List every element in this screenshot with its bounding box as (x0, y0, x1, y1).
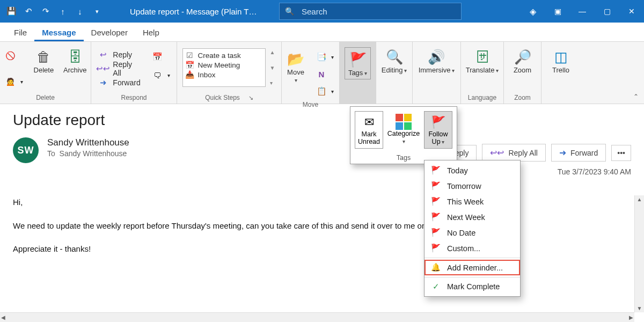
translate-icon: 🈂 (475, 47, 489, 67)
group-zoom: 🔎 Zoom Zoom (504, 42, 541, 104)
check-icon: ✓ (431, 282, 441, 291)
body-line: We need to update the weekly report befo… (13, 219, 631, 233)
scroll-down-icon[interactable]: ▼ (637, 305, 642, 311)
reply-all-button[interactable]: ↩↩Reply All (96, 62, 142, 75)
search-placeholder: Search (302, 7, 327, 16)
undo-icon[interactable]: ↶ (21, 4, 35, 18)
flag-icon: 🚩 (431, 213, 441, 222)
meeting-reply-icon[interactable]: 📅 (150, 50, 172, 63)
tags-button[interactable]: 🚩 Tags (345, 47, 371, 79)
more-respond-icon[interactable]: 🗨▾ (150, 69, 172, 82)
search-box[interactable]: 🔍 Search (279, 3, 462, 20)
find-icon: 🔍 (386, 47, 403, 67)
trello-icon: ◫ (554, 47, 568, 67)
move-icon: 📂 (287, 49, 304, 69)
read-aloud-icon: 🔊 (428, 47, 445, 67)
tab-help[interactable]: Help (135, 25, 167, 41)
followup-custom[interactable]: 🚩Custom... (425, 240, 520, 256)
zoom-icon: 🔎 (514, 47, 531, 67)
action-reply-all[interactable]: ↩↩Reply All (482, 144, 545, 162)
immersive-button[interactable]: 🔊 Immersive (415, 45, 458, 76)
ribbon-display-icon[interactable]: ▣ (545, 0, 570, 23)
junk-icon[interactable]: 🙍▾ (3, 75, 25, 88)
qs-more-icon[interactable]: ▾ (270, 80, 275, 86)
envelope-icon: ✉ (364, 114, 374, 131)
rules-icon[interactable]: 📑▾ (314, 50, 336, 63)
qs-create-task[interactable]: ☑Create a task (185, 51, 263, 60)
trello-button[interactable]: ◫ Trello (548, 45, 574, 76)
group-immersive: 🔊 Immersive (413, 42, 461, 104)
reply-button[interactable]: ↩Reply (96, 48, 142, 61)
group-tags: 🚩 Tags (340, 42, 376, 104)
flag-icon: 🚩 (431, 166, 441, 175)
vertical-scrollbar[interactable]: ▲ ▼ (634, 195, 644, 312)
qs-up-icon[interactable]: ▲ (270, 49, 275, 55)
qs-new-meeting[interactable]: 📅New Meeting (185, 61, 263, 69)
followup-today[interactable]: 🚩Today (425, 163, 520, 178)
followup-add-reminder[interactable]: 🔔Add Reminder... (425, 260, 520, 275)
forward-button[interactable]: ➜Forward (96, 76, 142, 89)
group-move: 📂 Move 📑▾ N 📋▾ Move (282, 42, 340, 104)
followup-no-date[interactable]: 🚩No Date (425, 225, 520, 240)
translate-button[interactable]: 🈂 Translate (463, 45, 502, 76)
editing-button[interactable]: 🔍 Editing (378, 45, 411, 76)
ribbon: 🚫 🙍▾ 🗑 Delete 🗄 Archive Delete ↩Reply ↩↩… (0, 42, 644, 104)
qs-inbox[interactable]: 📥Inbox (185, 70, 263, 79)
prev-item-icon[interactable]: ↑ (56, 4, 70, 18)
follow-up-button[interactable]: 🚩 Follow Up (424, 111, 452, 149)
onenote-icon[interactable]: N (314, 68, 336, 80)
body-line: Appreciate it - thanks! (13, 242, 631, 256)
horizontal-scrollbar[interactable]: ◀ ▶ (0, 312, 634, 322)
maximize-button[interactable]: ▢ (595, 0, 619, 23)
scroll-left-icon[interactable]: ◀ (1, 314, 5, 320)
flag-icon: 🚩 (431, 114, 445, 131)
title-bar: 💾 ↶ ↷ ↑ ↓ ▾ Update report - Message (Pla… (0, 0, 644, 23)
qat-customize-icon[interactable]: ▾ (90, 4, 104, 18)
reply-all-icon: ↩↩ (490, 148, 504, 158)
followup-tomorrow[interactable]: 🚩Tomorrow (425, 178, 520, 194)
group-label-zoom: Zoom (514, 93, 531, 104)
categorize-button[interactable]: Categorize (387, 111, 420, 149)
minimize-button[interactable]: — (570, 0, 595, 23)
qs-down-icon[interactable]: ▼ (270, 65, 275, 71)
body-line: Hi, (13, 195, 631, 209)
followup-this-week[interactable]: 🚩This Week (425, 194, 520, 209)
ignore-icon[interactable]: 🚫 (3, 49, 25, 62)
action-more[interactable]: ••• (611, 145, 631, 161)
flag-icon: 🚩 (431, 181, 441, 191)
zoom-button[interactable]: 🔎 Zoom (510, 45, 536, 76)
tags-popout: ✉ Mark Unread Categorize 🚩 Follow Up Tag… (350, 106, 457, 164)
archive-button[interactable]: 🗄 Archive (60, 45, 90, 76)
next-item-icon[interactable]: ↓ (73, 4, 87, 18)
message-body: Hi, We need to update the weekly report … (0, 163, 644, 256)
message-subject: Update report (13, 112, 631, 129)
to-line: To Sandy Writtenhouse (47, 149, 129, 158)
premium-icon[interactable]: ◈ (521, 0, 545, 23)
quicksteps-gallery[interactable]: ☑Create a task 📅New Meeting 📥Inbox (182, 48, 266, 87)
followup-mark-complete[interactable]: ✓Mark Complete (425, 279, 520, 294)
mark-unread-button[interactable]: ✉ Mark Unread (355, 111, 383, 149)
tab-file[interactable]: File (6, 25, 34, 41)
close-button[interactable]: ✕ (619, 0, 644, 23)
save-icon[interactable]: 💾 (4, 4, 18, 18)
group-delete: 🚫 🙍▾ 🗑 Delete 🗄 Archive Delete (0, 42, 91, 104)
scroll-right-icon[interactable]: ▶ (629, 314, 633, 320)
actions-icon[interactable]: 📋▾ (314, 85, 336, 98)
tab-developer[interactable]: Developer (84, 25, 135, 41)
avatar: SW (13, 137, 39, 163)
tab-message[interactable]: Message (34, 25, 83, 41)
group-trello: ◫ Trello (541, 42, 580, 104)
delete-button[interactable]: 🗑 Delete (31, 45, 57, 76)
ribbon-collapse-icon[interactable]: ⌃ (633, 93, 639, 100)
group-editing: 🔍 Editing (376, 42, 413, 104)
move-button[interactable]: 📂 Move (283, 47, 309, 86)
categorize-icon (396, 113, 412, 130)
quick-access-toolbar: 💾 ↶ ↷ ↑ ↓ ▾ (0, 4, 108, 18)
action-forward[interactable]: ➜Forward (551, 144, 606, 162)
group-respond: ↩Reply ↩↩Reply All ➜Forward 📅 🗨▾ Respond (91, 42, 177, 104)
scroll-up-icon[interactable]: ▲ (637, 196, 642, 202)
redo-icon[interactable]: ↷ (39, 4, 53, 18)
bell-icon: 🔔 (431, 263, 441, 272)
followup-next-week[interactable]: 🚩Next Week (425, 209, 520, 225)
flag-icon: 🚩 (431, 244, 441, 253)
